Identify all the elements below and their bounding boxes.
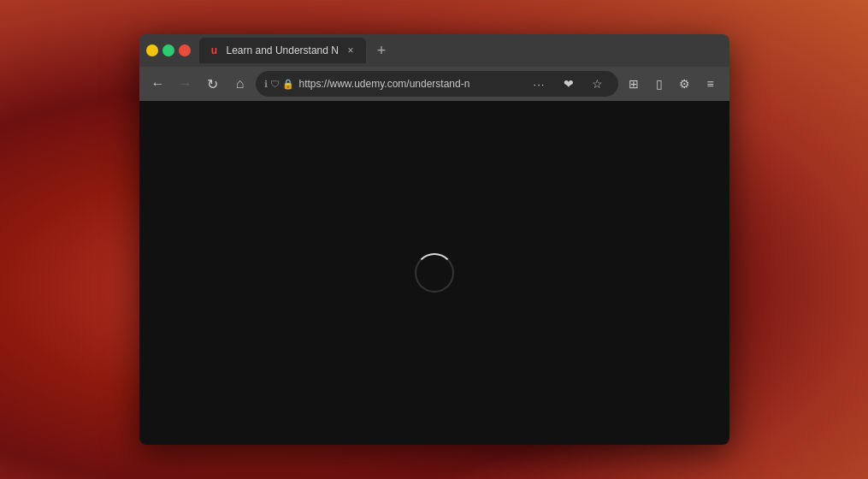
page-content <box>139 101 729 445</box>
sidebar-toggle-button[interactable]: ▯ <box>647 72 671 96</box>
tab-title: Learn and Understand N <box>227 44 339 56</box>
address-bar[interactable]: ℹ 🛡 🔒 https://www.udemy.com/understand-n… <box>256 71 618 97</box>
title-bar: u Learn and Understand N × + <box>139 34 729 67</box>
window-controls <box>146 44 191 56</box>
tab-bar: u Learn and Understand N × + <box>199 38 723 63</box>
active-tab[interactable]: u Learn and Understand N × <box>199 38 366 63</box>
shield-icon: 🛡 <box>270 79 280 89</box>
lock-icon: 🔒 <box>282 79 294 90</box>
nav-bar: ← → ↻ ⌂ ℹ 🛡 🔒 https://www.udemy.com/unde… <box>139 67 729 101</box>
info-icon: ℹ <box>264 79 268 90</box>
new-tab-button[interactable]: + <box>369 38 393 62</box>
forward-button[interactable]: → <box>174 72 198 96</box>
address-text: https://www.udemy.com/understand-n <box>299 78 523 90</box>
toolbar-right: ⊞ ▯ ⚙ ≡ <box>622 72 723 96</box>
security-icons: ℹ 🛡 🔒 <box>264 79 294 90</box>
loading-spinner <box>415 253 454 293</box>
library-button[interactable]: ⊞ <box>622 72 646 96</box>
address-more-button[interactable]: ··· <box>528 72 552 96</box>
bookmark-button[interactable]: ☆ <box>586 72 610 96</box>
back-button[interactable]: ← <box>146 72 170 96</box>
browser-window: u Learn and Understand N × + ← → ↻ ⌂ ℹ 🛡… <box>139 34 729 445</box>
settings-button[interactable]: ⚙ <box>673 72 697 96</box>
tab-close-button[interactable]: × <box>344 44 357 57</box>
menu-button[interactable]: ≡ <box>699 72 723 96</box>
restore-button[interactable] <box>162 44 174 56</box>
home-button[interactable]: ⌂ <box>228 72 252 96</box>
minimize-button[interactable] <box>146 44 158 56</box>
pocket-button[interactable]: ❤ <box>557 72 581 96</box>
tab-favicon: u <box>208 44 221 57</box>
reload-button[interactable]: ↻ <box>201 72 225 96</box>
close-button[interactable] <box>179 44 191 56</box>
